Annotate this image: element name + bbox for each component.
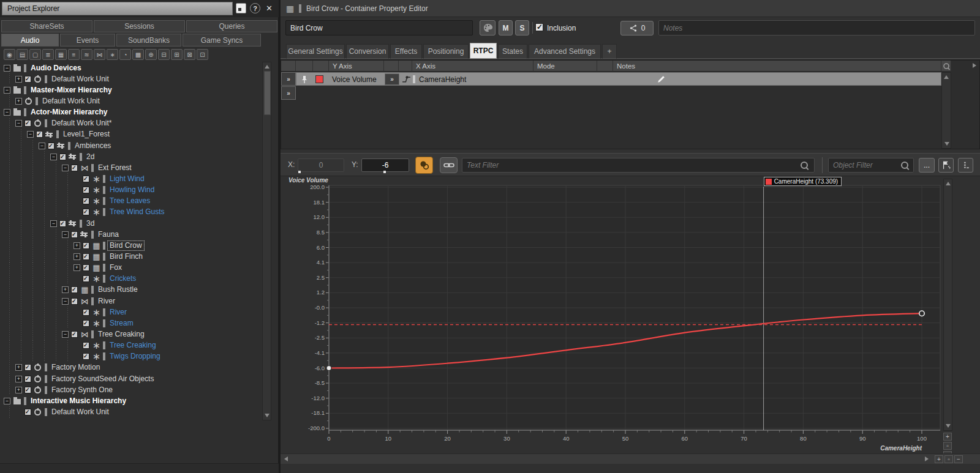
tree-item[interactable]: +▦Bush Rustle: [4, 285, 261, 296]
row-expand-button[interactable]: »: [281, 72, 296, 86]
expand-icon[interactable]: +: [15, 364, 22, 371]
collapse-icon[interactable]: −: [4, 65, 10, 72]
tree-item[interactable]: −⋈Ext Forest: [4, 162, 261, 173]
curve-shape-button[interactable]: [415, 157, 433, 174]
tree-checkbox[interactable]: [83, 342, 89, 349]
collapse-icon[interactable]: −: [15, 120, 22, 127]
tab-rtpc[interactable]: RTPC: [470, 43, 497, 59]
drag-handle[interactable]: [383, 171, 386, 173]
tree-item-label[interactable]: Twigs Dropping: [108, 352, 162, 361]
rtpc-row[interactable]: Voice Volume » CameraHeight: [296, 72, 941, 86]
zoom-fit-button[interactable]: ▫: [944, 455, 953, 463]
tree-item[interactable]: +▦Bird Crow: [4, 240, 261, 251]
tree-item[interactable]: +Factory SoundSeed Air Objects: [4, 373, 261, 384]
mute-button[interactable]: M: [499, 20, 513, 35]
column-header-x-axis[interactable]: X Axis: [412, 61, 533, 72]
column-header-notes[interactable]: Notes: [613, 61, 941, 72]
tree-item-label[interactable]: Tree Creaking: [108, 341, 158, 350]
tree-item-label[interactable]: Level1_Forest: [61, 130, 111, 139]
music-track-icon[interactable]: ⊡: [197, 49, 208, 60]
collapse-icon[interactable]: −: [50, 220, 57, 227]
music-switch-icon[interactable]: ⊠: [184, 49, 195, 60]
zoom-in-button[interactable]: +: [935, 455, 943, 463]
tree-checkbox[interactable]: [24, 364, 31, 371]
tree-item[interactable]: ∗Tree Creaking: [4, 340, 261, 351]
tree-item-label[interactable]: Bird Crow: [108, 241, 144, 250]
tree-checkbox[interactable]: [83, 209, 89, 215]
tree-item[interactable]: ∗Stream: [4, 318, 261, 329]
tab-sharesets[interactable]: ShareSets: [1, 20, 92, 32]
chart-vscrollbar[interactable]: [943, 179, 952, 431]
tree-checkbox[interactable]: [83, 309, 89, 316]
view-menu-button[interactable]: [958, 158, 973, 173]
tab-add[interactable]: +: [602, 44, 617, 59]
link-button[interactable]: [440, 157, 458, 173]
tree-item-label[interactable]: Bush Rustle: [96, 285, 140, 294]
tab-conversion[interactable]: Conversion: [346, 44, 389, 59]
tree-item[interactable]: −Default Work Unit*: [4, 118, 261, 129]
physical-folder-icon[interactable]: ▤: [17, 49, 28, 60]
row-expand-button[interactable]: »: [281, 86, 296, 100]
notes-input[interactable]: Notes: [658, 20, 975, 35]
tree-item-label[interactable]: Bird Finch: [108, 252, 145, 261]
x-coord-input[interactable]: 0: [298, 158, 344, 172]
tree-item[interactable]: −2d: [4, 151, 261, 162]
tree-item[interactable]: ∗River: [4, 307, 261, 318]
tree-checkbox[interactable]: [71, 231, 78, 238]
tree-item-label[interactable]: Interactive Music Hierarchy: [29, 397, 128, 406]
tree-item[interactable]: +Factory Motion: [4, 362, 261, 373]
panel-title-strip[interactable]: Project Explorer: [2, 2, 233, 15]
tab-sessions[interactable]: Sessions: [94, 20, 185, 32]
tree-item-label[interactable]: Default Work Unit*: [50, 119, 113, 128]
tree-item-label[interactable]: Light Wind: [108, 174, 146, 184]
tree-checkbox[interactable]: [71, 165, 78, 171]
tree-item-label[interactable]: River: [96, 297, 117, 306]
tree-item[interactable]: ∗Twigs Dropping: [4, 351, 261, 362]
object-filter-input[interactable]: Object Filter: [828, 158, 914, 173]
tree-item-label[interactable]: Ext Forest: [96, 163, 134, 173]
tree-checkbox[interactable]: [83, 253, 89, 260]
solo-button[interactable]: S: [515, 20, 529, 35]
blend-container-icon[interactable]: ⋈: [94, 49, 105, 60]
tree-checkbox[interactable]: [24, 376, 31, 382]
float-view-button[interactable]: [236, 3, 246, 13]
edit-pencil-icon[interactable]: [657, 75, 666, 84]
zoom-in-button[interactable]: +: [943, 433, 952, 441]
tree-checkbox[interactable]: [36, 131, 43, 138]
tree-checkbox[interactable]: [71, 331, 78, 338]
tree-item[interactable]: −⋈Tree Creaking: [4, 329, 261, 340]
tree-checkbox[interactable]: [48, 143, 55, 149]
tree-item-label[interactable]: Factory Synth One: [50, 385, 115, 395]
tree-item[interactable]: −Actor-Mixer Hierarchy: [4, 107, 261, 118]
music-segment-icon[interactable]: ⊟: [158, 49, 170, 60]
tree-item-label[interactable]: Fox: [108, 263, 124, 272]
collapse-icon[interactable]: −: [4, 87, 10, 94]
tree-item-label[interactable]: 2d: [85, 152, 96, 162]
tree-checkbox[interactable]: [24, 120, 31, 127]
collapse-icon[interactable]: −: [27, 131, 34, 138]
tree-item-label[interactable]: Fauna: [96, 230, 121, 239]
column-header-y-axis[interactable]: Y Axis: [329, 61, 384, 72]
object-name-input[interactable]: Bird Crow: [285, 20, 473, 35]
tree-item[interactable]: ∗Light Wind: [4, 173, 261, 184]
tree-item-label[interactable]: Master-Mixer Hierarchy: [29, 86, 114, 95]
virtual-folder-icon[interactable]: ▢: [29, 49, 41, 60]
expand-icon[interactable]: +: [15, 98, 22, 105]
expand-icon[interactable]: +: [15, 376, 22, 382]
switch-container-icon[interactable]: ≋: [81, 49, 92, 60]
collapse-icon[interactable]: −: [50, 154, 57, 160]
actor-mixer-icon[interactable]: ≣: [42, 49, 54, 60]
collapse-icon[interactable]: −: [62, 231, 69, 238]
tree-item-label[interactable]: River: [108, 308, 129, 317]
tab-positioning[interactable]: Positioning: [423, 44, 469, 59]
tree-scrollbar[interactable]: [262, 62, 271, 420]
collapse-icon[interactable]: −: [62, 165, 69, 171]
help-button[interactable]: ?: [250, 3, 260, 13]
tree-item-label[interactable]: Tree Wind Gusts: [108, 207, 167, 217]
tree-checkbox[interactable]: [24, 76, 31, 83]
collapse-icon[interactable]: −: [62, 298, 69, 305]
tree-item[interactable]: Default Work Unit: [4, 406, 261, 417]
effect-icon[interactable]: ▩: [132, 49, 144, 60]
expand-icon[interactable]: +: [74, 264, 80, 271]
follow-source-button[interactable]: [938, 158, 954, 173]
